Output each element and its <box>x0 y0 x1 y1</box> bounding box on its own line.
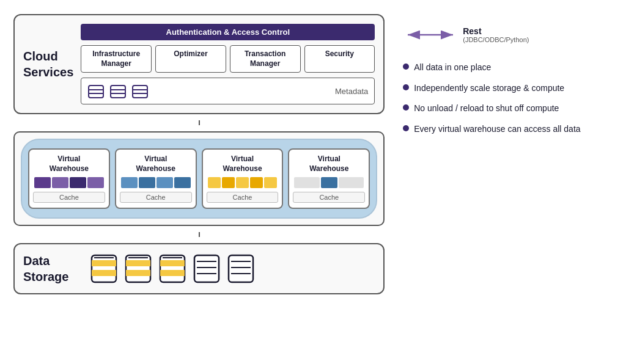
ds-icons <box>90 253 254 285</box>
cache-seg <box>294 177 319 188</box>
vw-card-1: VirtualWarehouse Cache <box>28 148 110 209</box>
cache-seg <box>70 177 86 188</box>
managers-row: InfrastructureManager Optimizer Transact… <box>81 45 375 73</box>
cache-seg <box>174 177 191 188</box>
vw-title-1: VirtualWarehouse <box>50 155 89 173</box>
vw-card-2: VirtualWarehouse Cache <box>115 148 197 209</box>
db-icon-2 <box>109 82 127 100</box>
cache-seg <box>156 177 173 188</box>
svg-rect-13 <box>126 255 150 282</box>
vw-title-3: VirtualWarehouse <box>223 155 262 173</box>
rest-arrow-area: Rest (JDBC/ODBC/Python) <box>403 26 613 43</box>
svg-rect-6 <box>133 86 147 98</box>
bullet-text-1: All data in one place <box>414 62 491 74</box>
vw-outer-box: VirtualWarehouse Cache VirtualWarehouse <box>13 131 385 226</box>
bullet-text-2: Independently scale storage & compute <box>414 82 564 95</box>
bullet-item-1: All data in one place <box>403 62 613 74</box>
cache-seg <box>222 177 235 188</box>
cache-seg <box>264 177 277 188</box>
bullet-item-2: Independently scale storage & compute <box>403 82 613 95</box>
manager-infra: InfrastructureManager <box>81 45 152 73</box>
svg-rect-25 <box>229 255 253 282</box>
metadata-icons <box>87 82 329 100</box>
vw-title-4: VirtualWarehouse <box>309 155 348 173</box>
storage-cyl-5 <box>227 253 254 285</box>
cache-seg <box>250 177 263 188</box>
bullet-dot-2 <box>403 84 409 90</box>
bullet-text-4: Every virtual warehouse can access all d… <box>414 123 580 136</box>
cache-seg <box>87 177 104 188</box>
cache-seg <box>34 177 51 188</box>
bullet-dot-1 <box>403 64 409 70</box>
svg-rect-15 <box>126 270 150 276</box>
storage-cyl-1 <box>90 253 117 285</box>
svg-rect-17 <box>160 255 185 282</box>
auth-bar: Authentication & Access Control <box>81 24 375 40</box>
svg-rect-11 <box>92 270 116 276</box>
connector-bottom <box>199 232 200 237</box>
rest-text: Rest (JDBC/ODBC/Python) <box>463 26 529 43</box>
svg-rect-19 <box>160 270 185 276</box>
manager-security: Security <box>304 45 375 73</box>
bullet-item-4: Every virtual warehouse can access all d… <box>403 123 613 136</box>
bidirectional-arrow-icon <box>403 29 458 41</box>
svg-rect-0 <box>89 86 103 98</box>
svg-rect-21 <box>194 255 219 282</box>
right-panel: Rest (JDBC/ODBC/Python) All data in one … <box>385 14 613 350</box>
bullet-dot-3 <box>403 104 409 111</box>
cloud-services-box: CloudServices Authentication & Access Co… <box>13 14 385 114</box>
storage-cyl-2 <box>125 253 152 285</box>
cache-label-2: Cache <box>120 192 192 203</box>
db-icon-1 <box>87 82 105 100</box>
cloud-services-label: CloudServices <box>23 48 73 80</box>
cache-label-1: Cache <box>33 192 105 203</box>
bullet-text-3: No unload / reload to shut off compute <box>414 103 559 115</box>
left-panel: CloudServices Authentication & Access Co… <box>13 14 385 350</box>
storage-cyl-4 <box>193 253 220 285</box>
cache-seg <box>52 177 68 188</box>
svg-rect-10 <box>92 260 116 266</box>
connector-top <box>199 120 200 125</box>
cache-seg <box>208 177 221 188</box>
cache-seg <box>139 177 155 188</box>
db-icon-3 <box>131 82 149 100</box>
svg-rect-14 <box>126 260 150 266</box>
svg-rect-3 <box>111 86 125 98</box>
feature-list: All data in one place Independently scal… <box>403 62 613 135</box>
cache-bar-2 <box>120 177 192 188</box>
vw-cloud-area: VirtualWarehouse Cache VirtualWarehouse <box>21 139 377 219</box>
metadata-label: Metadata <box>335 87 368 96</box>
bullet-item-3: No unload / reload to shut off compute <box>403 103 613 115</box>
cache-seg <box>236 177 249 188</box>
cache-bar-4 <box>293 177 365 188</box>
cache-label-3: Cache <box>207 192 279 203</box>
svg-rect-18 <box>160 260 185 266</box>
cache-seg <box>339 177 364 188</box>
svg-rect-9 <box>92 255 116 282</box>
cache-label-4: Cache <box>293 192 365 203</box>
cache-bar-1 <box>33 177 105 188</box>
data-storage-box: DataStorage <box>13 243 385 294</box>
manager-transaction: TransactionManager <box>230 45 301 73</box>
cloud-services-inner: Authentication & Access Control Infrastr… <box>81 24 375 104</box>
manager-optimizer: Optimizer <box>155 45 226 73</box>
rest-sublabel: (JDBC/ODBC/Python) <box>463 36 529 43</box>
cache-bar-3 <box>207 177 279 188</box>
cache-seg <box>321 177 337 188</box>
vw-card-4: VirtualWarehouse Cache <box>288 148 370 209</box>
rest-label: Rest <box>463 26 529 36</box>
vw-card-3: VirtualWarehouse Cache <box>202 148 284 209</box>
storage-cyl-3 <box>159 253 186 285</box>
bullet-dot-4 <box>403 125 409 131</box>
arrow-wrapper <box>403 29 458 41</box>
vw-title-2: VirtualWarehouse <box>136 155 175 173</box>
main-container: CloudServices Authentication & Access Co… <box>7 8 619 356</box>
data-storage-label: DataStorage <box>23 253 78 285</box>
cache-seg <box>121 177 138 188</box>
metadata-row: Metadata <box>81 78 375 104</box>
